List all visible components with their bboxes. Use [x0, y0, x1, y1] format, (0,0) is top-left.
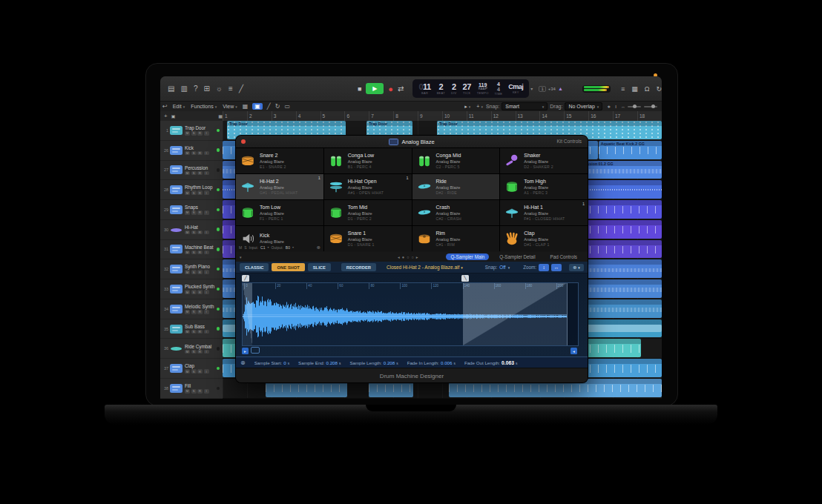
pad-hi-hat-1[interactable]: Hi-Hat 1Analog BlazeF#1 - CLOSED HIHAT1 — [500, 200, 588, 225]
pager-dot-3[interactable]: ○ — [411, 255, 413, 259]
horizontal-zoom-slider[interactable] — [644, 106, 657, 107]
solo-button[interactable]: S — [191, 310, 197, 314]
record-enable-button[interactable]: R — [197, 369, 203, 374]
pad-hi-hat-open[interactable]: Hi-Hat OpenAnalog BlazeA#1 - OPEN HIHAT1 — [324, 174, 412, 199]
pad-page-pager[interactable]: ◂ ● ○ ○ ▸ — [398, 255, 418, 259]
list-editors-icon[interactable]: ≡ — [621, 85, 625, 93]
input-monitor-button[interactable]: I — [204, 330, 209, 334]
track-row-melodic-synth[interactable]: 34Melodic SynthMSRI — [160, 299, 223, 319]
pad-conga-mid[interactable]: Conga MidAnalog BlazeC2 - PERC 5 — [412, 148, 500, 173]
record-enable-button[interactable]: R — [197, 190, 203, 195]
kit-controls-button[interactable]: Kit Controls — [556, 136, 582, 147]
automation-icon[interactable]: ╱ — [267, 103, 271, 110]
pad-crash[interactable]: CrashAnalog BlazeC#2 - CRASH — [412, 200, 500, 225]
sample-info-fade-out-length[interactable]: Fade Out Length:0.063s — [464, 360, 518, 365]
pad-tom-high[interactable]: Tom HighAnalog BlazeA1 - PERC 3 — [500, 174, 588, 199]
sample-file-menu[interactable]: Closed Hi-Hat 2 - Analog Blaze.aif▾ — [387, 265, 463, 270]
sample-end-marker[interactable] — [567, 283, 568, 345]
browsers-icon[interactable]: ↻ — [656, 85, 662, 93]
sample-info-fade-in-length[interactable]: Fade In Length:0.006s — [407, 360, 456, 365]
text-tool-icon[interactable]: I — [615, 105, 616, 109]
input-monitor-button[interactable]: I — [204, 151, 209, 156]
region-view-icon[interactable]: ▣ — [252, 103, 263, 110]
record-enable-button[interactable]: R — [197, 251, 203, 255]
collapse-icon[interactable]: ▾ — [240, 255, 242, 259]
input-monitor-button[interactable]: I — [204, 310, 209, 314]
mode-oneshot-button[interactable]: ONE SHOT — [272, 263, 304, 271]
sample-info-sample-end[interactable]: Sample End:0.208s — [298, 360, 341, 365]
gear-icon[interactable]: ⊛ — [317, 245, 320, 250]
sample-info-sample-length[interactable]: Sample Length:0.208s — [349, 360, 398, 365]
mute-button[interactable]: M — [185, 190, 190, 195]
record-enable-button[interactable]: R — [197, 270, 203, 274]
lcd-field-bar[interactable]: 011BAR — [418, 83, 430, 95]
info-close-icon[interactable]: ⊗ — [240, 359, 246, 366]
track-row-rhythm-loop[interactable]: 28Rhythm LoopMSRI — [160, 180, 223, 200]
pad-tom-low[interactable]: Tom LowAnalog BlazeF1 - PERC 1 — [236, 200, 323, 225]
solo-button[interactable]: S — [191, 190, 197, 195]
fade-in-handle[interactable]: ╱ — [242, 275, 249, 282]
solo-button[interactable]: S — [191, 171, 197, 176]
record-enable-button[interactable]: R — [197, 389, 203, 394]
loop-icon[interactable]: ↻ — [275, 103, 280, 110]
mode-slice-button[interactable]: SLICE — [308, 263, 331, 271]
pager-next-icon[interactable]: ▸ — [416, 255, 418, 259]
play-button[interactable]: ▶ — [366, 83, 384, 94]
menu-view[interactable]: View▾ — [223, 104, 237, 109]
input-monitor-button[interactable]: I — [204, 190, 209, 195]
tab-q-sampler-main[interactable]: Q-Sampler Main — [446, 253, 489, 260]
track-row-sub-bass[interactable]: 35Sub BassMSRI — [160, 319, 223, 339]
pager-prev-icon[interactable]: ◂ — [398, 255, 400, 259]
mute-button[interactable]: M — [185, 369, 190, 374]
auto-zoom-icon[interactable]: ↔ — [621, 105, 625, 109]
mute-button[interactable]: M — [185, 330, 190, 334]
input-monitor-button[interactable]: I — [204, 389, 209, 394]
solo-button[interactable]: S — [191, 330, 197, 334]
pad-tom-mid[interactable]: Tom MidAnalog BlazeD1 - PERC 2 — [324, 200, 412, 225]
mute-button[interactable]: M — [185, 131, 190, 136]
vertical-zoom-slider[interactable] — [628, 106, 641, 107]
track-row-snaps[interactable]: 29SnapsMSRI — [160, 200, 223, 220]
lcd-field-beat[interactable]: 2BEAT — [437, 83, 445, 95]
fade-out-handle[interactable]: ╲ — [461, 275, 469, 282]
metronome-icon[interactable]: ▲ — [558, 86, 563, 91]
recorder-button[interactable]: RECORDER — [341, 263, 376, 271]
solo-button[interactable]: S — [191, 350, 197, 354]
cycle-button[interactable]: ⇄ — [398, 84, 404, 93]
pad-rim[interactable]: RimAnalog BlazeC#1 - RIM — [412, 226, 500, 251]
pad-kick[interactable]: KickAnalog BlazeMSInput:C1▾Output:B0▾⊛ — [236, 226, 323, 251]
grid-view-icon[interactable]: ▦ — [243, 103, 249, 110]
pad-shaker[interactable]: ShakerAnalog BlazeD2 - SHAKER 2 — [500, 148, 588, 173]
solo-button[interactable]: S — [191, 251, 197, 255]
toolbar-icon[interactable]: ⊞ — [203, 85, 209, 93]
solo-button[interactable]: S — [191, 231, 197, 235]
fade-in-region[interactable] — [243, 283, 252, 345]
record-enable-button[interactable]: R — [197, 151, 203, 156]
record-enable-button[interactable]: R — [197, 350, 203, 354]
library-icon[interactable]: ▤ — [168, 85, 174, 93]
pointer-tool-menu[interactable]: ▸▾ — [464, 104, 470, 110]
solo-button[interactable]: S — [191, 369, 197, 374]
inspector-icon[interactable]: ▥ — [180, 85, 187, 93]
track-row-trap-door[interactable]: 1Trap DoorMSRI — [160, 121, 223, 141]
kick-mute[interactable]: M — [239, 245, 242, 250]
input-monitor-button[interactable]: I — [204, 369, 209, 374]
lcd-tempo[interactable]: 119KEEPTEMPO — [477, 82, 489, 95]
loop-browser-icon[interactable]: Ω — [645, 85, 650, 93]
solo-button[interactable]: S — [191, 270, 197, 274]
mute-button[interactable]: M — [185, 171, 190, 176]
sample-info-sample-start[interactable]: Sample Start:0s — [254, 360, 289, 365]
mode-classic-button[interactable]: CLASSIC — [240, 263, 269, 271]
mute-button[interactable]: M — [185, 251, 190, 255]
input-monitor-button[interactable]: I — [204, 251, 209, 255]
record-button[interactable]: ● — [388, 84, 393, 93]
scroll-left-button[interactable]: ▸ — [242, 348, 249, 354]
input-monitor-button[interactable]: I — [204, 290, 209, 294]
input-monitor-button[interactable]: I — [204, 131, 209, 136]
close-button[interactable] — [241, 139, 246, 144]
pager-dot-1[interactable]: ● — [402, 255, 404, 259]
pad-clap[interactable]: ClapAnalog BlazeD#1 - CLAP 1 — [500, 226, 588, 251]
track-row-hi-hat[interactable]: 30Hi-HatMSRI — [160, 220, 223, 240]
lcd-field-div[interactable]: 2DIV — [451, 83, 457, 95]
mute-button[interactable]: M — [185, 350, 190, 354]
